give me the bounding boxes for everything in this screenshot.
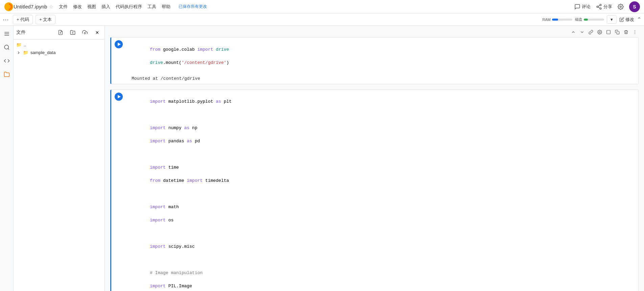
expand-icon[interactable]: ⌃: [637, 16, 641, 23]
cell-more[interactable]: [631, 28, 639, 36]
menu-runtime[interactable]: 代码执行程序: [116, 4, 142, 10]
sidebar-new-folder[interactable]: [68, 28, 77, 37]
svg-point-21: [635, 32, 635, 32]
sidebar-new-file[interactable]: [56, 28, 65, 37]
ram-fill: [552, 19, 558, 21]
fn-drive: drive: [216, 47, 229, 52]
svg-line-11: [8, 48, 9, 49]
kw-import-1: import: [197, 47, 213, 52]
disk-label: 磁盘: [575, 17, 582, 22]
svg-point-10: [4, 45, 8, 49]
disk-fill: [584, 19, 588, 21]
kw-from-1: from: [150, 47, 160, 52]
svg-point-1: [600, 4, 601, 6]
menu-insert[interactable]: 插入: [101, 4, 110, 10]
cell-move-down[interactable]: [578, 28, 586, 36]
output-text-1: Mounted at /content/gdrive: [132, 76, 200, 81]
sidebar-title: 文件: [16, 29, 53, 35]
connect-button[interactable]: ▾: [607, 15, 617, 24]
edit-button[interactable]: 修改: [619, 17, 634, 23]
ram-info: RAM: [543, 18, 572, 22]
notebook-toolbar: ⋯ + 代码 + 文本 RAM 磁盘 ▾ 修改 ⌃: [0, 14, 644, 26]
pencil-icon: [619, 17, 624, 22]
comment-button[interactable]: 评论: [574, 4, 591, 10]
cell-2: import matplotlib.pyplot as plt import n…: [110, 90, 639, 291]
sidebar-icon-files[interactable]: [1, 69, 12, 80]
fn-drive-2: drive: [150, 60, 163, 65]
code-text-1c: .mount(: [163, 60, 182, 65]
run-button-1[interactable]: [114, 40, 123, 49]
cell-1: from google.colab import drive drive.mou…: [110, 37, 639, 84]
sidebar-left-icons: [0, 26, 14, 291]
add-buttons: ⋯ + 代码 + 文本: [3, 15, 55, 24]
sidebar-body: 📁 .. 📁 sample_data: [14, 40, 105, 291]
settings-button[interactable]: [618, 4, 624, 10]
sidebar-icon-search[interactable]: [1, 42, 12, 53]
menu-edit[interactable]: 修改: [73, 4, 82, 10]
svg-point-22: [635, 33, 635, 34]
cell-delete[interactable]: [622, 28, 630, 36]
topbar-actions: 评论 分享 S: [574, 1, 640, 12]
star-icon[interactable]: ☆: [49, 4, 53, 9]
run-circle-2: [115, 93, 123, 101]
run-button-2[interactable]: [114, 92, 123, 101]
files-sidebar: 文件 ✕ 📁 .. 📁 sample_data: [14, 26, 105, 291]
sidebar-icon-menu[interactable]: [1, 28, 12, 39]
sidebar-upload[interactable]: [80, 28, 90, 37]
menu-help[interactable]: 帮助: [162, 4, 170, 10]
file-name[interactable]: Untitled7.ipynb: [14, 4, 47, 9]
ram-label: RAM: [543, 18, 551, 22]
play-icon-1: [118, 43, 121, 46]
cell1-content[interactable]: from google.colab import drive drive.mou…: [111, 38, 638, 75]
share-icon: [596, 4, 602, 10]
autosave-status: 已保存所有更改: [179, 4, 207, 9]
topbar: Untitled7.ipynb ☆ 文件 修改 视图 插入 代码执行程序 工具 …: [0, 0, 644, 14]
cell-copy[interactable]: [614, 28, 621, 36]
menu-tools[interactable]: 工具: [147, 4, 156, 10]
file-title: Untitled7.ipynb ☆: [14, 4, 53, 9]
settings-icon: [618, 4, 624, 10]
folder-icon: 📁: [16, 42, 22, 47]
svg-rect-19: [617, 31, 619, 34]
sidebar-close-button[interactable]: ✕: [92, 28, 102, 37]
svg-rect-18: [607, 30, 611, 34]
svg-point-20: [635, 30, 635, 31]
folder-label: ..: [24, 42, 26, 47]
sidebar-folder-sample[interactable]: 📁 sample_data: [14, 49, 105, 56]
colab-logo: [4, 2, 14, 11]
cell2-code[interactable]: import matplotlib.pyplot as plt import n…: [123, 92, 636, 291]
code-text-1d: ): [226, 60, 229, 65]
play-icon-2: [118, 95, 121, 98]
sidebar-header: 文件 ✕: [14, 26, 105, 40]
add-code-button[interactable]: + 代码: [13, 15, 33, 24]
resource-monitor: RAM 磁盘 ▾ 修改 ⌃: [543, 15, 641, 24]
cell-link[interactable]: [587, 28, 595, 36]
cell-settings[interactable]: [596, 28, 603, 36]
notebook-area: from google.colab import drive drive.mou…: [105, 26, 644, 291]
chevron-right-icon: [16, 50, 21, 55]
comment-icon: [574, 4, 580, 10]
run-circle-1: [115, 40, 123, 48]
sidebar-folder-dots[interactable]: 📁 ..: [14, 41, 105, 49]
menu-file[interactable]: 文件: [59, 4, 68, 10]
menu-bar: 文件 修改 视图 插入 代码执行程序 工具 帮助 已保存所有更改: [59, 4, 207, 10]
cell1-code[interactable]: from google.colab import drive drive.mou…: [123, 40, 636, 73]
svg-point-2: [597, 6, 598, 7]
cell-move-up[interactable]: [570, 28, 577, 36]
disk-bar: [584, 19, 604, 21]
code-text-1b: [213, 47, 216, 52]
sidebar-icon-code[interactable]: [1, 55, 12, 66]
svg-line-5: [598, 5, 600, 6]
disk-info: 磁盘: [575, 17, 604, 22]
share-button[interactable]: 分享: [596, 4, 612, 10]
ram-bar: [552, 19, 572, 21]
add-text-button[interactable]: + 文本: [36, 15, 55, 24]
str-gdrive: '/content/gdrive': [182, 60, 227, 65]
cell2-content[interactable]: import matplotlib.pyplot as plt import n…: [111, 90, 638, 291]
cell-mirror[interactable]: [605, 28, 612, 36]
cell1-output: Mounted at /content/gdrive: [111, 75, 638, 84]
svg-point-17: [599, 31, 600, 33]
more-options[interactable]: ⋯: [3, 16, 9, 23]
user-avatar[interactable]: S: [629, 1, 640, 12]
menu-view[interactable]: 视图: [87, 4, 96, 10]
